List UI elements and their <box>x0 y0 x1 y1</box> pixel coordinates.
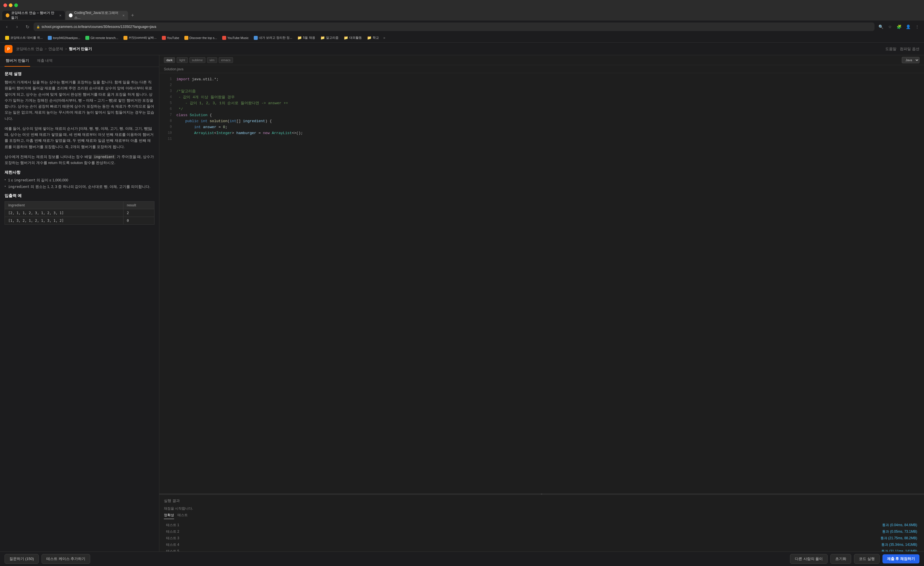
reload-button[interactable]: ↻ <box>23 23 31 31</box>
traffic-lights <box>3 3 18 7</box>
theme-vim-button[interactable]: vim <box>207 57 217 63</box>
bookmark-label-3: Git remote branch... <box>90 36 118 39</box>
help-link[interactable]: 도움말 <box>885 47 896 51</box>
line-content-4: - 값이 4개 이상 들어왔을 경우 <box>176 95 235 101</box>
theme-dark-button[interactable]: dark <box>164 57 175 63</box>
code-line-4: 4 - 값이 4개 이상 들어왔을 경우 <box>159 95 924 101</box>
add-tab-button[interactable]: + <box>129 11 136 20</box>
others-solution-button[interactable]: 다른 사람의 풀이 <box>790 554 828 564</box>
line-content-5: - 값이 1, 2, 3, 1의 순서로 들어왔다면 -> answer ++ <box>176 101 288 107</box>
tab-label-2: CodingTest_Java/프로그래머스... <box>74 11 121 20</box>
test-result-1: 테스트 1 통과 (0.04ms, 84.6MB) <box>164 522 920 528</box>
bookmark-favicon-1 <box>5 36 9 40</box>
constraint-text-1: 1 ≤ ingredient 의 길이 ≤ 1,000,000 <box>8 178 68 183</box>
bookmark-label-9: 5월 채용 <box>303 36 315 40</box>
bookmark-6[interactable]: Discover the top s... <box>182 35 219 41</box>
io-row-2: [1, 3, 2, 1, 2, 1, 3, 1, 2] 0 <box>5 217 154 224</box>
browser-tab-1[interactable]: 코딩테스트 연습 – 햄버거 만들기 ✕ <box>2 11 65 20</box>
theme-light-button[interactable]: light <box>177 57 188 63</box>
line-num-9: 9 <box>162 124 172 130</box>
bookmark-favicon-5 <box>162 36 166 40</box>
theme-emacs-button[interactable]: emacs <box>219 57 233 63</box>
tab-label-1: 코딩테스트 연습 – 햄버거 만들기 <box>11 11 57 20</box>
bookmark-9[interactable]: 📁 5월 채용 <box>295 35 317 41</box>
bookmark-8[interactable]: 내가 보려고 정리한 정... <box>252 35 294 41</box>
bookmark-5[interactable]: YouTube <box>160 35 182 41</box>
close-button[interactable] <box>3 3 7 7</box>
folder-icon-9: 📁 <box>297 36 302 40</box>
tab-close-2[interactable]: ✕ <box>122 14 124 17</box>
bookmark-10[interactable]: 📁 알고리즘 <box>318 35 341 41</box>
tab-history[interactable]: 제출 내역 <box>36 55 54 67</box>
tab-favicon-2 <box>69 14 72 17</box>
test-result-val-5: 통과 (31.11ms, 141MB) <box>881 549 917 551</box>
question-button[interactable]: 질문하기 (150) <box>4 554 39 564</box>
bookmark-label-7: YouTube Music <box>227 36 249 39</box>
extension-icon[interactable]: 🧩 <box>895 23 903 31</box>
code-line-9: 9 int answer = 0; <box>159 124 924 130</box>
bookmark-12[interactable]: 📁 학교 <box>365 35 381 41</box>
test-num-4: 테스트 4 <box>166 542 179 547</box>
code-line-3: 3 /*알고리즘 <box>159 89 924 95</box>
theme-sublime-button[interactable]: sublime <box>189 57 206 63</box>
forward-button[interactable]: › <box>13 23 21 31</box>
code-line-5: 5 - 값이 1, 2, 3, 1의 순서로 들어왔다면 -> answer +… <box>159 101 924 107</box>
maximize-button[interactable] <box>14 3 18 7</box>
bookmark-2[interactable]: tony9402/baekjoo... <box>45 35 82 41</box>
result-tab-test[interactable]: 테스트 <box>177 513 188 519</box>
bookmarks-more-button[interactable]: » <box>382 35 387 41</box>
breadcrumb-root[interactable]: 코딩테스트 연습 <box>16 47 43 51</box>
panel-tabs: 햄버거 만들기 제출 내역 <box>0 55 159 67</box>
testcase-button[interactable]: 테스트 케이스 추가하기 <box>42 554 90 564</box>
bookmark-3[interactable]: Git remote branch... <box>83 35 120 41</box>
test-num-2: 테스트 2 <box>166 529 179 534</box>
bookmark-star-icon[interactable]: ☆ <box>886 23 894 31</box>
folder-icon-10: 📁 <box>320 36 325 40</box>
minimize-button[interactable] <box>9 3 12 7</box>
io-cell-1-2: 2 <box>123 209 154 217</box>
line-num-2: 2 <box>162 83 172 88</box>
tab-close-1[interactable]: ✕ <box>59 14 62 17</box>
profile-icon[interactable]: 👤 <box>904 23 912 31</box>
bookmark-label-5: YouTube <box>167 36 179 39</box>
address-bar[interactable]: 🔒 school.programmers.co.kr/learn/courses… <box>34 23 874 31</box>
test-result-val-2: 통과 (0.05ms, 73.1MB) <box>882 529 917 534</box>
bookmark-1[interactable]: 코딩테스트 대비를 위... <box>3 35 45 41</box>
tabs-bar: 코딩테스트 연습 – 햄버거 만들기 ✕ CodingTest_Java/프로그… <box>0 10 924 21</box>
header-right: 도움말 컴파일 옵션 <box>885 47 920 51</box>
bookmark-4[interactable]: 커밋(commit) 날짜... <box>121 35 159 41</box>
result-status: 채점을 시작합니다. <box>164 506 920 511</box>
code-line-7: 7 class Solution { <box>159 113 924 119</box>
left-panel: 햄버거 만들기 제출 내역 문제 설명 햄버거 가게에서 일을 하는 상수는 햄… <box>0 55 159 551</box>
breadcrumb-middle[interactable]: 연습문제 <box>48 47 63 51</box>
bookmarks-bar: 코딩테스트 대비를 위... tony9402/baekjoo... Git r… <box>0 33 924 43</box>
bookmark-label-4: 커밋(commit) 날짜... <box>129 36 157 40</box>
compile-options-link[interactable]: 컴파일 옵션 <box>900 47 920 51</box>
line-num-5: 5 <box>162 101 172 106</box>
bullet-1: • <box>4 178 6 182</box>
search-icon[interactable]: 🔍 <box>877 23 885 31</box>
code-line-10: 10 ArrayList<Integer> hamburger = new Ar… <box>159 130 924 136</box>
problem-content: 문제 설명 햄버거 가게에서 일을 하는 상수는 햄버거를 포장하는 일을 합니… <box>0 67 159 551</box>
line-num-10: 10 <box>162 130 172 136</box>
bookmark-label-12: 학교 <box>373 36 379 40</box>
menu-icon[interactable]: ⋮ <box>913 23 921 31</box>
code-editor[interactable]: 1 import java.util.*; 2 3 /*알고리즘 4 - 값이 … <box>159 73 924 494</box>
language-select[interactable]: Java <box>902 57 920 63</box>
bookmark-11[interactable]: 📁 대외활동 <box>341 35 364 41</box>
line-num-3: 3 <box>162 89 172 94</box>
run-button[interactable]: 코드 실행 <box>854 554 880 564</box>
io-title: 입출력 예 <box>4 193 154 199</box>
bookmark-7[interactable]: YouTube Music <box>220 35 251 41</box>
folder-icon-11: 📁 <box>344 36 348 40</box>
reset-button[interactable]: 초기화 <box>830 554 851 564</box>
back-button[interactable]: ‹ <box>3 23 11 31</box>
line-content-11 <box>176 136 185 142</box>
tab-problem[interactable]: 햄버거 만들기 <box>4 55 30 67</box>
file-tab: Solution.java <box>159 65 924 73</box>
submit-button[interactable]: 제출 후 채점하기 <box>882 554 920 563</box>
browser-tab-2[interactable]: CodingTest_Java/프로그래머스... ✕ <box>65 11 128 20</box>
problem-section-title: 문제 설명 <box>4 71 154 77</box>
right-panel: dark light sublime vim emacs Java Soluti… <box>159 55 924 551</box>
result-tab-accuracy[interactable]: 정확성 <box>164 513 174 519</box>
